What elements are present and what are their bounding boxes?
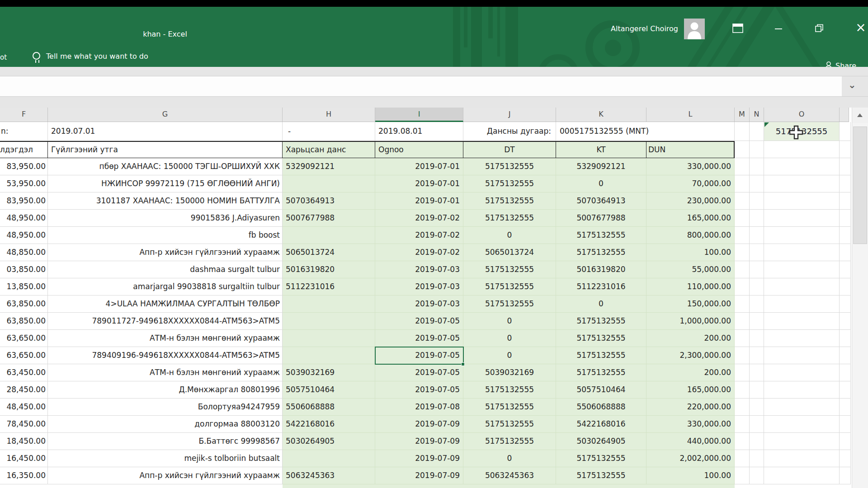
cell-H7[interactable] (283, 227, 375, 244)
cell-P15[interactable] (840, 364, 851, 381)
column-header-L[interactable]: L (646, 108, 735, 122)
cell-I20[interactable]: 2019-07-09 (375, 450, 463, 467)
cell-F15[interactable]: 63,450.00 (0, 364, 48, 381)
cell-N21[interactable] (750, 467, 764, 484)
cell-K9[interactable]: 5016319820 (556, 261, 646, 278)
cell-G16[interactable]: Д.Мөнхжаргал 80801996 (48, 381, 283, 399)
cell-K15[interactable]: 5175132555 (556, 364, 646, 381)
cell-L6[interactable]: 165,000.00 (646, 210, 735, 227)
header-cell-dt[interactable]: DT (463, 142, 556, 158)
cell-H6[interactable]: 5007677988 (283, 210, 375, 227)
cell-M18[interactable] (735, 416, 750, 433)
tell-me-box[interactable]: Tell me what you want to do (46, 52, 148, 61)
cell-M21[interactable] (735, 467, 750, 484)
cell-G18[interactable]: долгормаа 88003120 (48, 416, 283, 433)
cell-O21[interactable] (764, 467, 840, 484)
cell-K12[interactable]: 5175132555 (556, 313, 646, 330)
cell-M13[interactable] (735, 330, 750, 347)
cell-P4[interactable] (840, 175, 851, 192)
ribbon-tab-partial-label[interactable]: ot (0, 53, 7, 61)
cell-K4[interactable]: 0 (556, 175, 646, 192)
cell-H16[interactable]: 5057510464 (283, 381, 375, 399)
cell-P9[interactable] (840, 261, 851, 278)
cell-F3[interactable]: 83,950.00 (0, 158, 48, 175)
column-header-J[interactable]: J (463, 108, 556, 122)
cell-G15[interactable]: АТМ-н бэлэн мөнгөний хураамж (48, 364, 283, 381)
cell-I6[interactable]: 2019-07-02 (375, 210, 463, 227)
cell-M6[interactable] (735, 210, 750, 227)
cell-G12[interactable]: 789011727-949618XXXXXX0844-ATM563>ATM5 (48, 313, 283, 330)
cell-N9[interactable] (750, 261, 764, 278)
cell-H20[interactable] (283, 450, 375, 467)
cell-O14[interactable] (764, 347, 840, 364)
close-button[interactable]: × (854, 20, 868, 35)
cell-N11[interactable] (750, 296, 764, 313)
cell-G21[interactable]: Апп-р хийсэн гүйлгээний хураамж (48, 467, 283, 484)
cell-N20[interactable] (750, 450, 764, 467)
cell-J5[interactable]: 5175132555 (463, 192, 556, 210)
cell-N8[interactable] (750, 244, 764, 261)
cell-K19[interactable]: 5030264905 (556, 433, 646, 450)
cell-L21[interactable]: 100.00 (646, 467, 735, 484)
cell-P21[interactable] (840, 467, 851, 484)
cell-I4[interactable]: 2019-07-01 (375, 175, 463, 192)
cell-I12[interactable]: 2019-07-05 (375, 313, 463, 330)
cell-G7[interactable]: fb boost (48, 227, 283, 244)
cell-L7[interactable]: 800,000.00 (646, 227, 735, 244)
cell-O5[interactable] (764, 192, 840, 210)
cell-K5[interactable]: 5070364913 (556, 192, 646, 210)
cell-G13[interactable]: АТМ-н бэлэн мөнгөний хураамж (48, 330, 283, 347)
cell-G11[interactable]: 4>ULAA НАМЖИЛМАА СУРГАЛТЫН ТӨЛБӨР (48, 296, 283, 313)
cell-K18[interactable]: 5422168016 (556, 416, 646, 433)
cell-M20[interactable] (735, 450, 750, 467)
cell-K14[interactable]: 5175132555 (556, 347, 646, 364)
cell-O20[interactable] (764, 450, 840, 467)
cell-F19[interactable]: 18,450.00 (0, 433, 48, 450)
cell-P18[interactable] (840, 416, 851, 433)
header-cell-dun[interactable]: DUN (646, 142, 735, 158)
cell-F1[interactable]: n: (0, 122, 48, 141)
cell-I11[interactable]: 2019-07-03 (375, 296, 463, 313)
cell-O15[interactable] (764, 364, 840, 381)
cell-N12[interactable] (750, 313, 764, 330)
cell-L16[interactable]: 165,000.00 (646, 381, 735, 399)
cell-H3[interactable]: 5329092121 (283, 158, 375, 175)
cell-I17[interactable]: 2019-07-08 (375, 399, 463, 416)
cell-O6[interactable] (764, 210, 840, 227)
cell-L3[interactable]: 330,000.00 (646, 158, 735, 175)
cell-M10[interactable] (735, 278, 750, 296)
header-cell-kt[interactable]: KT (556, 142, 646, 158)
cell-H10[interactable]: 5112231016 (283, 278, 375, 296)
cell-I5[interactable]: 2019-07-01 (375, 192, 463, 210)
cell-F21[interactable]: 16,350.00 (0, 467, 48, 484)
share-button[interactable]: Share (824, 61, 868, 67)
cell-L20[interactable]: 2,002,000.00 (646, 450, 735, 467)
cell-J16[interactable]: 5175132555 (463, 381, 556, 399)
cell-P8[interactable] (840, 244, 851, 261)
cell-K21[interactable]: 5175132555 (556, 467, 646, 484)
cell-M3[interactable] (735, 158, 750, 175)
cell-L8[interactable]: 100.00 (646, 244, 735, 261)
cell-O16[interactable] (764, 381, 840, 399)
column-header-H[interactable]: H (283, 108, 375, 122)
cell-K17[interactable]: 5506068888 (556, 399, 646, 416)
column-header-F[interactable]: F (0, 108, 48, 122)
cell-H4[interactable] (283, 175, 375, 192)
cell-J12[interactable]: 0 (463, 313, 556, 330)
cell-F10[interactable]: 13,850.00 (0, 278, 48, 296)
header-cell-date[interactable]: Ognoo (375, 142, 463, 158)
cell-K20[interactable]: 5175132555 (556, 450, 646, 467)
cell-J10[interactable]: 5175132555 (463, 278, 556, 296)
cell-P16[interactable] (840, 381, 851, 399)
cell-F17[interactable]: 48,450.00 (0, 399, 48, 416)
cell-M14[interactable] (735, 347, 750, 364)
column-header-G[interactable]: G (48, 108, 283, 122)
cell-F16[interactable]: 28,450.00 (0, 381, 48, 399)
cell-H15[interactable]: 5039032169 (283, 364, 375, 381)
cell-N10[interactable] (750, 278, 764, 296)
cell-F11[interactable]: 63,850.00 (0, 296, 48, 313)
cell-O11[interactable] (764, 296, 840, 313)
cell-L12[interactable]: 1,000,000.00 (646, 313, 735, 330)
cell-O10[interactable] (764, 278, 840, 296)
cell-G19[interactable]: Б.Баттөгс 99998567 (48, 433, 283, 450)
